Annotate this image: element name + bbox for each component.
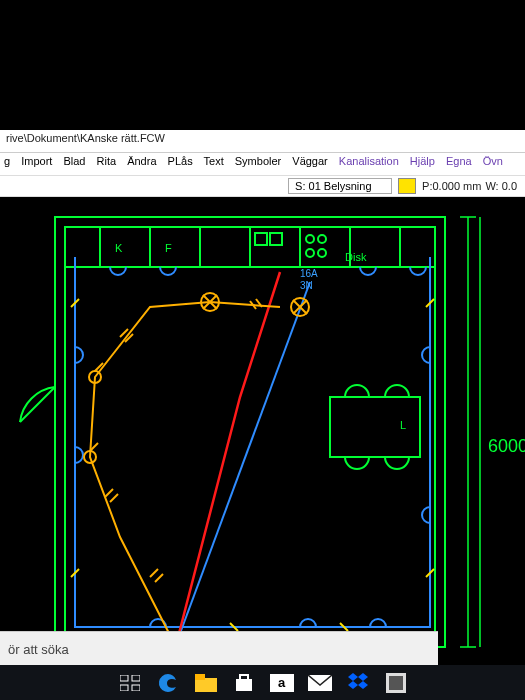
svg-line-36 [105,489,113,497]
menu-item-kanalisation[interactable]: Kanalisation [339,155,399,167]
menu-item-egna[interactable]: Egna [446,155,472,167]
svg-marker-59 [348,681,358,689]
svg-point-15 [318,249,326,257]
svg-rect-62 [389,676,403,690]
menu-item-vaggar[interactable]: Väggar [292,155,327,167]
file-explorer-icon[interactable] [194,671,218,695]
drawing-canvas[interactable]: 6000 [0,197,525,672]
menu-item-import[interactable]: Import [21,155,52,167]
edge-icon[interactable] [156,671,180,695]
title-bar: rive\Dokument\KAnske rätt.FCW [0,130,525,153]
menu-bar: g Import Blad Rita Ändra PLås Text Symbo… [0,153,525,175]
menu-item-blad[interactable]: Blad [63,155,85,167]
label-f: F [165,242,172,254]
svg-rect-51 [132,685,140,691]
color-swatch[interactable] [398,178,416,194]
svg-rect-55 [240,675,248,680]
menu-item-symboler[interactable]: Symboler [235,155,281,167]
svg-rect-49 [132,675,140,681]
taskbar: a [0,665,525,700]
menu-item-andra[interactable]: Ändra [127,155,156,167]
task-view-icon[interactable] [118,671,142,695]
cad-drawing: 6000 [0,197,525,672]
status-bar: S: 01 Belysning P:0.000 mm W: 0.0 [0,175,525,197]
label-disk: Disk [345,251,367,263]
svg-rect-52 [195,678,217,692]
svg-rect-50 [120,685,128,691]
dimension-right: 6000 [488,436,525,456]
svg-point-12 [306,235,314,243]
menu-item-text[interactable]: Text [204,155,224,167]
label-k: K [115,242,123,254]
svg-point-13 [318,235,326,243]
layer-field[interactable]: S: 01 Belysning [288,178,392,194]
width-readout: W: 0.0 [485,180,517,192]
svg-line-35 [155,574,163,582]
svg-marker-57 [348,673,358,681]
mail-icon[interactable] [308,671,332,695]
search-bar[interactable]: ör att söka [0,631,438,666]
dropbox-icon[interactable] [346,671,370,695]
menu-item-rita[interactable]: Rita [97,155,117,167]
label-l: L [400,419,406,431]
svg-rect-53 [195,674,205,680]
svg-rect-18 [330,397,420,457]
svg-rect-10 [255,233,267,245]
svg-rect-11 [270,233,282,245]
search-placeholder: ör att söka [8,642,69,657]
menu-item-hjalp[interactable]: Hjälp [410,155,435,167]
app-window: rive\Dokument\KAnske rätt.FCW g Import B… [0,130,525,672]
svg-point-14 [306,249,314,257]
svg-rect-0 [55,217,445,647]
file-path: rive\Dokument\KAnske rätt.FCW [6,132,165,144]
svg-line-37 [110,494,118,502]
svg-rect-1 [65,227,435,637]
svg-rect-48 [120,675,128,681]
svg-line-34 [150,569,158,577]
menu-item-plas[interactable]: PLås [168,155,193,167]
menu-item[interactable]: g [4,155,10,167]
label-neutral: 3N [300,280,313,291]
store-icon[interactable] [232,671,256,695]
menu-item-ovn[interactable]: Övn [483,155,503,167]
position-readout: P:0.000 mm [422,180,481,192]
svg-marker-58 [358,673,368,681]
amazon-icon[interactable]: a [270,674,294,692]
app-icon[interactable] [384,671,408,695]
svg-marker-60 [358,681,368,689]
label-amp: 16A [300,268,318,279]
